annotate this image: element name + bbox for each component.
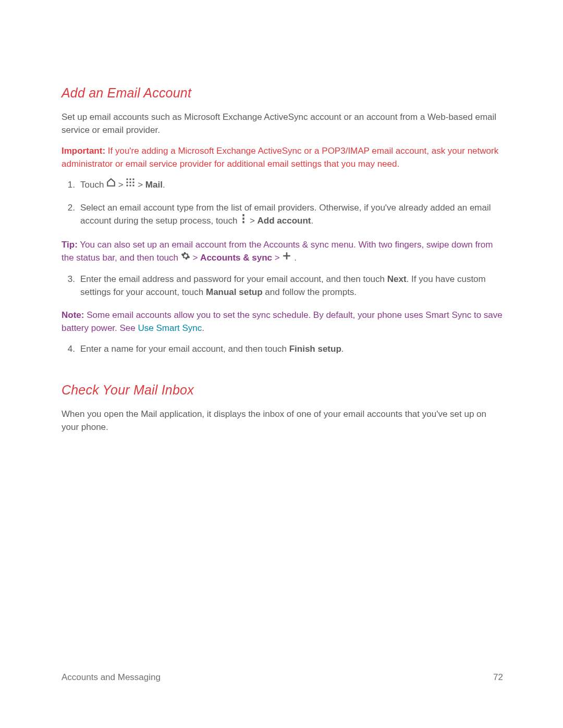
note-paragraph: Note: Some email accounts allow you to s… xyxy=(62,309,503,335)
footer-page-number: 72 xyxy=(493,671,503,684)
tip-sep-2: > xyxy=(272,253,282,263)
step-4-end: . xyxy=(341,344,344,354)
svg-rect-6 xyxy=(127,185,128,187)
step-2-sep: > xyxy=(247,216,257,226)
tip-paragraph: Tip: You can also set up an email accoun… xyxy=(62,238,503,265)
note-end: . xyxy=(202,323,204,333)
step-2: Select an email account type from the li… xyxy=(63,201,503,229)
page-footer: Accounts and Messaging 72 xyxy=(62,671,503,684)
step-2-add: Add account xyxy=(258,216,311,226)
step-4-text-a: Enter a name for your email account, and… xyxy=(80,344,289,354)
check-mail-intro: When you open the Mail application, it d… xyxy=(62,408,503,434)
svg-rect-7 xyxy=(130,185,131,187)
note-text-a: Some email accounts allow you to set the… xyxy=(62,310,503,334)
use-smart-sync-link[interactable]: Use Smart Sync xyxy=(138,323,202,333)
steps-list-2: Enter the email address and password for… xyxy=(62,273,503,299)
svg-rect-3 xyxy=(127,182,128,183)
important-label: Important: xyxy=(62,146,105,156)
tip-accounts-sync: Accounts & sync xyxy=(200,253,272,263)
svg-rect-11 xyxy=(243,221,244,223)
important-notice: Important: If you're adding a Microsoft … xyxy=(62,144,503,171)
step-3-manual: Manual setup xyxy=(206,287,263,297)
svg-rect-9 xyxy=(243,214,244,216)
svg-rect-1 xyxy=(130,179,131,180)
tip-end: . xyxy=(291,253,296,263)
steps-list-3: Enter a name for your email account, and… xyxy=(62,342,503,356)
step-1-sep-1: > xyxy=(116,180,126,190)
plus-icon xyxy=(282,251,291,265)
svg-rect-4 xyxy=(130,182,131,183)
step-1-sep-2: > xyxy=(135,180,145,190)
tip-sep-1: > xyxy=(190,253,200,263)
steps-list-1: Touch > > Mail. Select an email account … xyxy=(62,178,503,229)
step-3-text-a: Enter the email address and password for… xyxy=(80,274,387,284)
intro-paragraph: Set up email accounts such as Microsoft … xyxy=(62,110,503,137)
step-4-finish: Finish setup xyxy=(289,344,341,354)
heading-check-mail: Check Your Mail Inbox xyxy=(62,380,503,400)
gear-icon xyxy=(181,251,190,265)
step-1: Touch > > Mail. xyxy=(63,178,503,192)
svg-rect-10 xyxy=(243,218,244,220)
overflow-menu-icon xyxy=(240,214,247,228)
footer-section: Accounts and Messaging xyxy=(62,671,161,684)
step-3-next: Next xyxy=(387,274,407,284)
home-icon xyxy=(106,178,116,191)
tip-label: Tip: xyxy=(62,240,78,250)
apps-grid-icon xyxy=(126,178,135,191)
step-3: Enter the email address and password for… xyxy=(63,273,503,299)
svg-rect-2 xyxy=(133,179,134,180)
heading-add-email: Add an Email Account xyxy=(62,83,503,103)
svg-rect-5 xyxy=(133,182,134,183)
important-text: If you're adding a Microsoft Exchange Ac… xyxy=(62,146,498,169)
svg-rect-0 xyxy=(127,179,128,180)
step-1-text-a: Touch xyxy=(80,180,106,190)
step-4: Enter a name for your email account, and… xyxy=(63,342,503,356)
step-2-end: . xyxy=(311,216,314,226)
note-label: Note: xyxy=(62,310,84,320)
svg-rect-8 xyxy=(133,185,134,187)
step-1-end: . xyxy=(163,180,165,190)
step-1-mail: Mail xyxy=(145,180,163,190)
step-3-text-c: and follow the prompts. xyxy=(263,287,357,297)
